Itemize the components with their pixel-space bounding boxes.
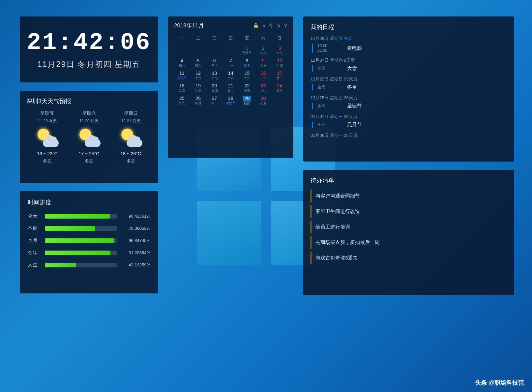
weather-icon-1 — [77, 126, 101, 149]
schedule-title: 我的日程 — [310, 23, 507, 31]
schedule-item-4: 01月01日 星期三 33天后 全天 元旦节 — [310, 114, 507, 128]
schedule-event-name: 冬至 — [347, 84, 357, 90]
cal-cell[interactable]: 15十九 — [239, 70, 255, 81]
schedule-date-header: 12月22日 星期日 23天后 — [310, 76, 507, 82]
todo-item-3: 去商场买衣服，折扣最后一周 — [310, 236, 507, 249]
cal-cell[interactable]: 4初八 — [174, 57, 190, 69]
progress-item-1: 本周 70.06052% — [28, 225, 150, 231]
todo-item-text-1: 家里卫生间进行改造 — [315, 208, 360, 215]
cal-cell[interactable]: 22小雪 — [239, 82, 255, 94]
calendar-next-icon[interactable]: ∨ — [284, 23, 287, 29]
weather-icon-0 — [36, 126, 59, 149]
schedule-time: 全天 — [317, 66, 344, 71]
cal-cell[interactable]: 28感恩节 — [223, 95, 238, 107]
cal-cell[interactable] — [272, 95, 287, 107]
cal-cell[interactable]: 6初十 — [207, 57, 222, 69]
calendar-controls[interactable]: 🔒 × 今 ∧ ∨ — [253, 22, 287, 29]
schedule-event: 全天 元旦节 — [312, 122, 507, 128]
weather-panel: 深圳3天天气预报 星期五 11-29 今天 16 ~ 23°C 多云 星期六 1… — [20, 91, 158, 183]
progress-bar-fill-0 — [45, 214, 110, 219]
calendar-lock-icon[interactable]: 🔒 — [253, 23, 259, 29]
progress-bar-fill-4 — [45, 263, 76, 267]
cal-cell[interactable]: 8立冬 — [239, 57, 255, 69]
progress-bar-bg-0 — [45, 214, 117, 219]
todo-item-text-4: 游戏古剑奇谭3通关 — [315, 255, 358, 261]
progress-item-0: 今天 90.42361% — [28, 213, 150, 219]
todo-item-4: 游戏古剑奇谭3通关 — [310, 252, 507, 264]
cal-cell[interactable]: 3初七 — [272, 45, 287, 56]
cal-cell[interactable]: 12十六 — [190, 70, 206, 81]
cal-cell[interactable]: 14十八 — [223, 70, 238, 81]
cal-weekday: 一 — [174, 34, 190, 43]
schedule-time: 全天 — [317, 84, 344, 90]
cal-cell[interactable]: 24廿八 — [272, 82, 287, 94]
schedule-event-name: 元旦节 — [347, 122, 362, 128]
cal-cell[interactable]: 16二十 — [255, 70, 271, 81]
clock-date: 11月29日 冬月初四 星期五 — [38, 59, 141, 70]
cal-cell[interactable] — [223, 45, 238, 56]
cal-cell[interactable]: 19廿三 — [190, 82, 206, 94]
schedule-event: 全天 圣诞节 — [312, 103, 507, 109]
todo-item-2: 给员工进行培训 — [310, 221, 507, 233]
cal-weekday: 六 — [255, 34, 271, 43]
cal-cell[interactable]: 9十三 — [255, 57, 271, 69]
cal-cell[interactable]: 30初五 — [255, 95, 271, 107]
cal-weekday: 四 — [222, 34, 239, 43]
todo-panel: 待办清单 与客户沟通合同细节家里卫生间进行改造给员工进行培训去商场买衣服，折扣最… — [303, 170, 514, 295]
cal-cell[interactable] — [190, 45, 206, 56]
cal-cell[interactable]: 29初四 — [239, 95, 255, 107]
cal-cell[interactable]: 5初九 — [190, 57, 206, 69]
todo-title: 待办清单 — [310, 176, 507, 184]
cal-cell[interactable]: 13十七 — [207, 70, 222, 81]
cal-cell[interactable]: 2初六 — [255, 45, 271, 56]
cal-cell[interactable] — [174, 45, 190, 56]
todo-item-1: 家里卫生间进行改造 — [310, 205, 507, 218]
progress-items: 今天 90.42361% 本周 70.06052% 本月 96.34745% 今… — [28, 213, 150, 268]
cal-cell[interactable]: 1万圣节 — [239, 45, 255, 56]
progress-item-2: 本月 96.34745% — [28, 237, 150, 244]
calendar-close-icon[interactable]: × — [262, 23, 265, 28]
footer-text: 头条 @职场科技范 — [475, 379, 524, 386]
progress-bar-fill-1 — [45, 226, 95, 231]
clock-panel: 21:42:06 11月29日 冬月初四 星期五 — [20, 16, 158, 82]
schedule-event-name: 圣诞节 — [347, 103, 362, 109]
cal-cell[interactable]: 21廿五 — [223, 82, 238, 94]
cal-cell[interactable]: 7十一 — [223, 57, 238, 69]
calendar-prev-icon[interactable]: ∧ — [277, 23, 281, 29]
cal-cell[interactable]: 20廿四 — [207, 82, 222, 94]
weather-days: 星期五 11-29 今天 16 ~ 23°C 多云 星期六 11-30 明天 1… — [26, 110, 152, 164]
calendar-header: 2019年11月 🔒 × 今 ∧ ∨ — [174, 22, 287, 29]
cal-weekday: 二 — [190, 34, 206, 43]
todo-item-text-3: 去商场买衣服，折扣最后一周 — [315, 239, 380, 246]
progress-bar-bg-1 — [45, 226, 117, 231]
calendar-today-btn[interactable]: 今 — [269, 22, 274, 29]
schedule-item-1: 12月07日 星期六 8天后 全天 大雪 — [310, 57, 507, 72]
schedule-time: 19:00 21:00 — [317, 44, 344, 53]
calendar-grid: 一二三四五六日 1万圣节2初六3初七4初八5初九6初十7十一8立冬9十三10十四… — [174, 34, 287, 107]
todo-item-text-2: 给员工进行培训 — [315, 224, 350, 230]
weather-day-1: 星期六 11-30 明天 17 ~ 25°C 多云 — [77, 110, 101, 164]
cal-cell[interactable]: 18廿二 — [174, 82, 190, 94]
cal-weekday: 日 — [271, 34, 287, 43]
schedule-item-5: 01月06日 星期一 38天后 — [310, 133, 507, 138]
progress-item-4: 人生 43.19259% — [28, 262, 150, 268]
cal-cell[interactable]: 10十四 — [272, 57, 287, 69]
cal-cell[interactable]: 17廿一 — [272, 70, 287, 81]
cal-cell[interactable]: 23廿七 — [255, 82, 271, 94]
schedule-event-name: 大雪 — [347, 65, 357, 72]
schedule-event: 全天 大雪 — [312, 65, 507, 72]
progress-panel: 时间进度 今天 90.42361% 本周 70.06052% 本月 96.347… — [20, 191, 158, 293]
cal-cell[interactable]: 25廿九 — [174, 95, 190, 107]
weather-day-0: 星期五 11-29 今天 16 ~ 23°C 多云 — [36, 110, 59, 164]
cal-cell[interactable] — [207, 45, 222, 56]
cal-cell[interactable]: 26冬月 — [190, 95, 206, 107]
schedule-time: 全天 — [317, 122, 344, 128]
cal-cell[interactable]: 11光棍节 — [174, 70, 190, 81]
schedule-event: 19:00 21:00 看电影 — [312, 44, 507, 53]
schedule-item-2: 12月22日 星期日 23天后 全天 冬至 — [310, 76, 507, 90]
weather-icon-2 — [119, 126, 142, 149]
progress-bar-bg-2 — [45, 238, 117, 243]
schedule-event-name: 看电影 — [347, 45, 362, 51]
clock-time: 21:42:06 — [27, 29, 151, 56]
cal-cell[interactable]: 27初二 — [207, 95, 222, 107]
